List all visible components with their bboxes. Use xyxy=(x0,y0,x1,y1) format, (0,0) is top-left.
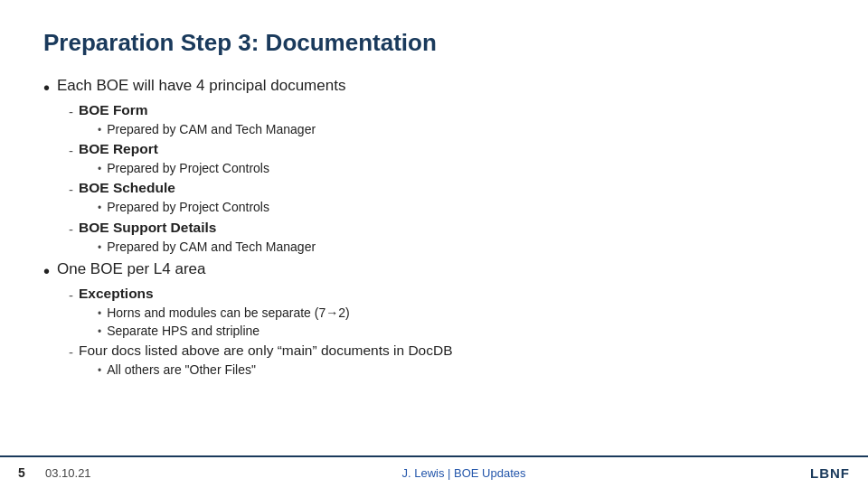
l3-exceptions-sub2: • Separate HPS and stripline xyxy=(98,324,825,341)
l2-dash-1: - xyxy=(69,102,73,121)
slide-title: Preparation Step 3: Documentation xyxy=(43,29,825,57)
l3-text-boe-schedule: Prepared by Project Controls xyxy=(107,200,269,214)
footer-date: 03.10.21 xyxy=(45,466,118,480)
l3-four-docs-sub: • All others are "Other Files" xyxy=(98,362,825,380)
footer-center-text: J. Lewis | BOE Updates xyxy=(118,466,810,480)
l2-label-boe-report: BOE Report xyxy=(79,141,158,157)
l3-text-boe-support: Prepared by CAM and Tech Manager xyxy=(107,239,316,254)
l2-label-boe-schedule: BOE Schedule xyxy=(79,180,175,196)
l2-label-exceptions: Exceptions xyxy=(79,286,154,302)
slide: Preparation Step 3: Documentation • Each… xyxy=(0,0,868,488)
l3-text-exceptions-1: Horns and modules can be separate (7→2) xyxy=(107,305,349,320)
l3-text-exceptions-2: Separate HPS and stripline xyxy=(107,324,259,338)
l3-boe-form-sub: • Prepared by CAM and Tech Manager xyxy=(98,122,825,139)
l2-exceptions: - Exceptions xyxy=(69,286,825,305)
l3-exceptions-sub1: • Horns and modules can be separate (7→2… xyxy=(98,305,825,323)
l3-text-boe-form: Prepared by CAM and Tech Manager xyxy=(107,122,316,136)
l2-dash-5: - xyxy=(69,286,73,305)
l1-dot-2: • xyxy=(43,260,50,282)
l3-dot-3: • xyxy=(98,200,101,217)
l3-dot-1: • xyxy=(98,122,101,139)
l2-dash-3: - xyxy=(69,180,73,199)
l2-four-docs: - Four docs listed above are only “main”… xyxy=(69,343,825,361)
footer-logo: LBNF xyxy=(810,465,850,481)
l2-dash-4: - xyxy=(69,220,73,239)
l3-text-boe-report: Prepared by Project Controls xyxy=(107,161,269,175)
l3-text-four-docs: All others are "Other Files" xyxy=(107,362,256,377)
l2-boe-support: - BOE Support Details xyxy=(69,220,825,239)
l3-boe-schedule-sub: • Prepared by Project Controls xyxy=(98,200,825,217)
l3-dot-5: • xyxy=(98,305,101,323)
l3-boe-report-sub: • Prepared by Project Controls xyxy=(98,161,825,178)
l1-dot-1: • xyxy=(43,77,50,99)
l2-dash-6: - xyxy=(69,343,73,361)
l3-dot-4: • xyxy=(98,239,101,257)
l1-bullet-1: • Each BOE will have 4 principal documen… xyxy=(43,77,825,99)
l2-dash-2: - xyxy=(69,141,73,160)
l3-boe-support-sub: • Prepared by CAM and Tech Manager xyxy=(98,239,825,257)
footer: 5 03.10.21 J. Lewis | BOE Updates LBNF xyxy=(0,455,868,488)
l2-boe-schedule: - BOE Schedule xyxy=(69,180,825,199)
l2-boe-report: - BOE Report xyxy=(69,141,825,160)
l2-label-four-docs: Four docs listed above are only “main” d… xyxy=(79,343,453,359)
l3-dot-6: • xyxy=(98,324,101,341)
l3-dot-2: • xyxy=(98,161,101,178)
l2-label-boe-form: BOE Form xyxy=(79,102,148,118)
l2-boe-form: - BOE Form xyxy=(69,102,825,121)
l1-text-2: One BOE per L4 area xyxy=(57,260,205,278)
footer-page-number: 5 xyxy=(18,465,45,480)
l1-text-1: Each BOE will have 4 principal documents xyxy=(57,77,345,95)
l1-bullet-2: • One BOE per L4 area xyxy=(43,260,825,282)
l2-label-boe-support: BOE Support Details xyxy=(79,220,216,236)
l3-dot-7: • xyxy=(98,362,101,380)
